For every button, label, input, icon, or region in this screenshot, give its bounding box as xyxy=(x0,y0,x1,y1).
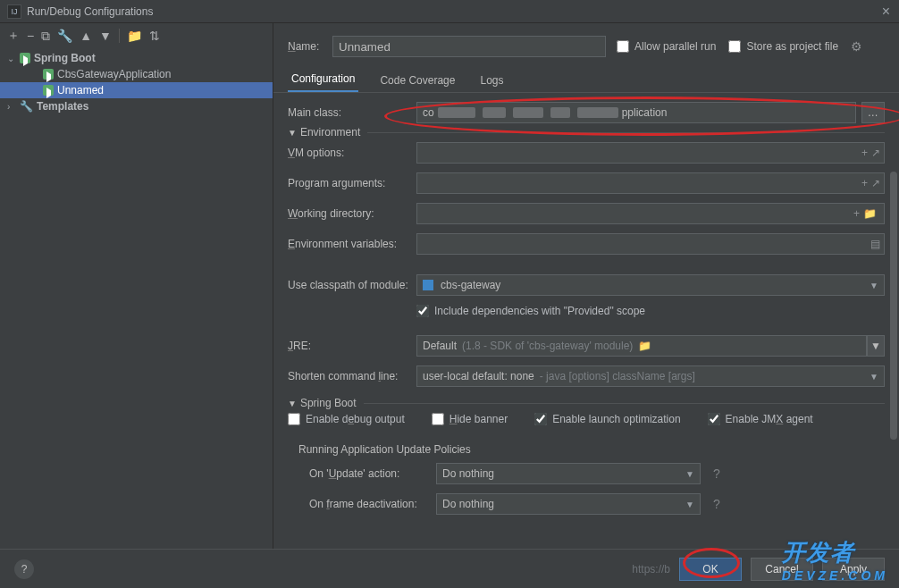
chevron-right-icon: › xyxy=(7,102,16,112)
tree-label: CbsGatewayApplication xyxy=(57,68,171,80)
jre-label: JRE: xyxy=(288,340,409,352)
on-update-select[interactable]: Do nothing ▼ xyxy=(436,463,701,484)
tree-spring-boot[interactable]: ⌄ Spring Boot xyxy=(0,50,273,66)
hide-banner-checkbox[interactable]: Hide banner xyxy=(432,413,508,425)
jre-select[interactable]: Default (1.8 - SDK of 'cbs-gateway' modu… xyxy=(416,335,867,357)
tree-label: Unnamed xyxy=(57,84,104,97)
tree-label: Templates xyxy=(37,100,88,113)
expand-icon[interactable]: ↗ xyxy=(871,147,880,159)
tree-label: Spring Boot xyxy=(34,52,96,64)
wrench-icon[interactable]: 🔧 xyxy=(57,29,72,43)
separator xyxy=(119,29,120,43)
chevron-down-icon: ▼ xyxy=(685,469,694,479)
working-dir-label: Working directory: xyxy=(288,207,409,220)
titlebar: IJ Run/Debug Configurations × xyxy=(0,0,899,23)
on-frame-label: On frame deactivation: xyxy=(309,498,429,510)
chevron-down-icon: ▼ xyxy=(288,128,297,138)
spring-boot-section: ▼ Spring Boot Enable debug output Hide b… xyxy=(288,403,885,515)
folder-icon[interactable]: 📁 xyxy=(863,207,877,220)
spring-icon xyxy=(43,69,54,80)
down-icon[interactable]: ▼ xyxy=(99,29,112,43)
help-button[interactable]: ? xyxy=(14,559,34,579)
folder-icon[interactable]: 📁 xyxy=(127,29,142,43)
tab-bar: Configuration Code Coverage Logs xyxy=(273,66,899,93)
insert-icon[interactable]: + xyxy=(861,147,868,159)
chevron-down-icon: ▼ xyxy=(685,500,694,509)
store-project-checkbox[interactable]: Store as project file xyxy=(728,40,838,53)
update-policies-label: Running Application Update Policies xyxy=(298,443,885,456)
chevron-down-icon: ▼ xyxy=(288,399,297,408)
on-update-label: On 'Update' action: xyxy=(309,467,429,480)
main-panel: Name: Allow parallel run Store as projec… xyxy=(273,23,899,549)
list-icon[interactable]: ▤ xyxy=(870,238,880,250)
env-vars-input[interactable]: ▤ xyxy=(416,233,885,255)
sidebar: ＋ − ⧉ 🔧 ▲ ▼ 📁 ⇅ ⌄ Spring Boot CbsGateway… xyxy=(0,23,273,549)
help-icon[interactable]: ? xyxy=(713,466,720,481)
scrollbar[interactable] xyxy=(890,172,897,440)
environment-header[interactable]: ▼ Environment xyxy=(288,126,367,139)
tab-configuration[interactable]: Configuration xyxy=(288,67,358,92)
classpath-select[interactable]: cbs-gateway ▼ xyxy=(416,274,885,296)
shorten-label: Shorten command line: xyxy=(288,370,409,382)
copy-icon[interactable]: ⧉ xyxy=(41,29,50,44)
browse-main-class-button[interactable]: … xyxy=(861,102,885,123)
spring-icon xyxy=(20,53,30,63)
remove-icon[interactable]: − xyxy=(27,29,34,43)
include-provided-checkbox[interactable]: Include dependencies with "Provided" sco… xyxy=(416,305,885,317)
vm-options-label: VM options: xyxy=(288,147,409,159)
sort-icon[interactable]: ⇅ xyxy=(149,29,160,43)
cancel-button[interactable]: Cancel xyxy=(751,558,813,581)
dialog-footer: ? https://b OK Cancel Apply xyxy=(0,549,899,588)
env-vars-label: Environment variables: xyxy=(288,238,409,250)
redacted xyxy=(513,107,543,118)
jre-dropdown-button[interactable]: ▼ xyxy=(867,335,885,357)
environment-section: ▼ Environment VM options: +↗ Program arg… xyxy=(288,132,885,387)
tab-logs[interactable]: Logs xyxy=(476,69,507,92)
module-icon xyxy=(423,280,433,290)
redacted xyxy=(438,107,475,118)
spring-boot-header[interactable]: ▼ Spring Boot xyxy=(288,397,364,409)
folder-icon[interactable]: 📁 xyxy=(638,340,651,352)
gear-icon[interactable]: ⚙ xyxy=(851,39,862,54)
tree-item-app2[interactable]: Unnamed xyxy=(0,82,273,98)
chevron-down-icon: ▼ xyxy=(870,372,878,382)
close-icon[interactable]: × xyxy=(882,4,890,20)
expand-icon[interactable]: ↗ xyxy=(871,177,880,189)
apply-button[interactable]: Apply xyxy=(822,558,885,581)
enable-jmx-checkbox[interactable]: Enable JMX agent xyxy=(708,413,813,425)
tree-item-app1[interactable]: CbsGatewayApplication xyxy=(0,66,273,82)
tab-code-coverage[interactable]: Code Coverage xyxy=(376,69,458,92)
main-class-label: Main class: xyxy=(288,106,409,119)
chevron-down-icon: ⌄ xyxy=(7,54,16,63)
up-icon[interactable]: ▲ xyxy=(80,29,92,43)
shorten-select[interactable]: user-local default: none - java [options… xyxy=(416,365,885,387)
insert-icon[interactable]: + xyxy=(853,207,860,220)
app-icon: IJ xyxy=(7,4,21,19)
redacted xyxy=(483,107,506,118)
classpath-label: Use classpath of module: xyxy=(288,279,409,291)
wrench-icon: 🔧 xyxy=(20,100,33,113)
window-title: Run/Debug Configurations xyxy=(27,5,153,18)
enable-launch-checkbox[interactable]: Enable launch optimization xyxy=(534,413,680,425)
chevron-down-icon: ▼ xyxy=(870,281,878,290)
ok-button[interactable]: OK xyxy=(679,558,742,581)
spring-icon xyxy=(43,85,54,96)
redacted xyxy=(577,107,618,118)
add-icon[interactable]: ＋ xyxy=(7,28,20,44)
on-frame-select[interactable]: Do nothing ▼ xyxy=(436,493,701,515)
program-args-label: Program arguments: xyxy=(288,177,409,189)
insert-icon[interactable]: + xyxy=(861,177,868,189)
name-label: Name: xyxy=(288,40,322,53)
enable-debug-checkbox[interactable]: Enable debug output xyxy=(288,413,405,425)
name-input[interactable] xyxy=(332,36,606,57)
program-args-input[interactable]: +↗ xyxy=(416,172,885,194)
vm-options-input[interactable]: +↗ xyxy=(416,142,885,164)
tree-templates[interactable]: › 🔧 Templates xyxy=(0,98,273,114)
help-icon[interactable]: ? xyxy=(713,497,720,511)
main-class-input[interactable]: co pplication xyxy=(416,102,856,123)
allow-parallel-checkbox[interactable]: Allow parallel run xyxy=(617,40,716,53)
redacted xyxy=(550,107,570,118)
working-dir-input[interactable]: +📁 xyxy=(416,203,885,224)
sidebar-toolbar: ＋ − ⧉ 🔧 ▲ ▼ 📁 ⇅ xyxy=(0,23,273,48)
status-url: https://b xyxy=(632,563,670,575)
